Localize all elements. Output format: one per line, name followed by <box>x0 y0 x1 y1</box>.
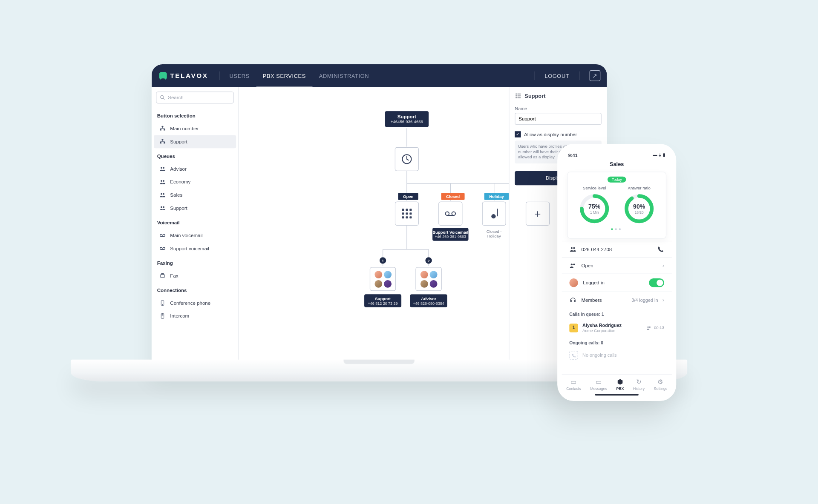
svg-point-28 <box>516 94 517 95</box>
nav-users[interactable]: USERS <box>223 64 256 87</box>
svg-point-16 <box>163 234 165 236</box>
team-card-2[interactable]: Advisor+46 826-080-6384 <box>410 294 447 307</box>
svg-point-35 <box>518 97 519 98</box>
flow-canvas[interactable]: Support +46456-936-4656 Open Closed Holi… <box>239 87 509 368</box>
logout-link[interactable]: LOGOUT <box>544 73 569 79</box>
queue-section-title: Calls in queue: 1 <box>562 308 672 319</box>
service-level-gauge: 75%1 Min <box>579 193 610 224</box>
avatar <box>420 271 428 278</box>
sidebar-item-support-voicemail[interactable]: Support voicemail <box>154 242 236 255</box>
sidebar-item-economy[interactable]: Economy <box>154 175 236 189</box>
contacts-icon: ▭ <box>566 378 581 386</box>
tag-open: Open <box>398 193 418 200</box>
tag-holiday: Holiday <box>484 193 509 200</box>
stats-card: Today Service level 75%1 Min Answer rati… <box>567 172 666 238</box>
nav-administration[interactable]: ADMINISTRATION <box>312 64 375 87</box>
row-members[interactable]: Members 3/4 logged in› <box>562 292 672 308</box>
keypad-node[interactable] <box>395 202 419 226</box>
voicemail-card[interactable]: Support Voicemail +46 269-361-9863 <box>432 228 468 241</box>
chevron-right-icon: › <box>662 263 664 269</box>
svg-point-45 <box>648 326 649 327</box>
search-input[interactable]: Search <box>156 92 234 103</box>
carousel-dots[interactable]: ●●● <box>572 224 662 234</box>
schedule-node[interactable] <box>395 147 419 171</box>
answer-ratio-label: Answer ratio <box>623 186 655 191</box>
tab-settings[interactable]: ⚙Settings <box>654 378 667 390</box>
sidebar-item-advisor[interactable]: Advisor <box>154 162 236 175</box>
row-status[interactable]: Open › <box>562 257 672 273</box>
voicemail-node[interactable] <box>438 202 462 226</box>
svg-point-17 <box>160 247 162 249</box>
svg-point-14 <box>163 206 164 208</box>
svg-point-8 <box>163 167 164 169</box>
team-node-1[interactable] <box>370 267 396 291</box>
sidebar-item-intercom[interactable]: Intercom <box>154 309 236 323</box>
section-button-selection: Button selection <box>152 108 239 122</box>
wifi-icon: ⏚ <box>659 152 661 158</box>
svg-point-0 <box>161 95 164 98</box>
sidebar-item-support-queue[interactable]: Support <box>154 202 236 215</box>
tab-contacts[interactable]: ▭Contacts <box>566 378 581 390</box>
phone-mock: 9:41 ▬⏚▮ Sales Today Service level 75%1 … <box>557 144 676 401</box>
svg-point-9 <box>161 180 162 182</box>
logged-in-toggle[interactable] <box>649 278 664 287</box>
svg-point-34 <box>516 97 517 98</box>
sidebar-item-main-voicemail[interactable]: Main voicemail <box>154 229 236 242</box>
app-screen: TELAVOX USERS PBX SERVICES ADMINISTRATIO… <box>152 64 607 368</box>
section-voicemail: Voicemail <box>152 215 239 229</box>
row-logged-in[interactable]: Logged in <box>562 274 672 292</box>
sidebar-item-support[interactable]: Support <box>154 135 236 148</box>
music-note-icon <box>490 209 498 218</box>
avatar <box>569 278 578 287</box>
svg-point-43 <box>571 263 573 265</box>
allow-display-checkbox[interactable]: ✓ Allow as display number <box>515 131 602 137</box>
team-node-2[interactable] <box>415 267 441 291</box>
badge-2: 2 <box>425 257 432 263</box>
nav-pbx-services[interactable]: PBX SERVICES <box>256 65 312 88</box>
music-node[interactable] <box>482 202 506 226</box>
voicemail-icon <box>159 245 166 252</box>
phone-tabbar: ▭Contacts ▭Messages ⬢PBX ↻History ⚙Setti… <box>562 374 672 392</box>
avatar <box>429 271 437 278</box>
voicemail-icon <box>444 211 456 216</box>
sidebar-item-fax[interactable]: Fax <box>154 269 236 282</box>
add-node[interactable]: + <box>526 202 550 226</box>
sitemap-icon <box>159 125 166 132</box>
svg-rect-24 <box>162 315 164 316</box>
messages-icon: ▭ <box>590 378 607 386</box>
name-field[interactable] <box>515 113 602 125</box>
service-level-label: Service level <box>579 186 610 191</box>
app-header: TELAVOX USERS PBX SERVICES ADMINISTRATIO… <box>152 64 607 87</box>
headset-icon <box>569 296 576 304</box>
tab-pbx[interactable]: ⬢PBX <box>616 378 624 390</box>
avatar <box>374 280 382 287</box>
tab-messages[interactable]: ▭Messages <box>590 378 607 390</box>
divider <box>534 72 535 80</box>
svg-point-12 <box>163 193 164 195</box>
sidebar-item-main-number[interactable]: Main number <box>154 122 236 135</box>
svg-rect-1 <box>162 126 164 127</box>
external-link-icon[interactable] <box>590 70 601 81</box>
sidebar-item-conference-phone[interactable]: Conference phone <box>154 296 236 309</box>
svg-point-18 <box>163 247 165 249</box>
svg-point-36 <box>519 97 521 98</box>
sidebar-item-sales[interactable]: Sales <box>154 189 236 202</box>
people-icon <box>159 166 166 172</box>
call-placeholder-icon <box>569 351 578 359</box>
queue-item[interactable]: 1 Alysha RodriguezAcme Corporation 00:13 <box>562 319 672 336</box>
row-number[interactable]: 026-044-2708 <box>562 241 672 257</box>
team-card-1[interactable]: Support+46 812 20 73 29 <box>364 294 401 307</box>
answer-ratio-gauge: 90%18/20 <box>623 193 655 224</box>
root-node[interactable]: Support +46456-936-4656 <box>385 111 429 127</box>
svg-point-29 <box>518 94 519 95</box>
laptop-mock: TELAVOX USERS PBX SERVICES ADMINISTRATIO… <box>152 64 607 368</box>
svg-point-31 <box>516 95 517 97</box>
history-icon: ↻ <box>633 378 645 386</box>
search-placeholder: Search <box>168 95 184 100</box>
queue-position-badge: 1 <box>569 324 578 332</box>
tab-history[interactable]: ↻History <box>633 378 645 390</box>
panel-title: Support <box>524 93 545 99</box>
svg-rect-5 <box>160 142 161 143</box>
phone-page-title: Sales <box>562 159 672 172</box>
people-icon <box>646 325 652 331</box>
